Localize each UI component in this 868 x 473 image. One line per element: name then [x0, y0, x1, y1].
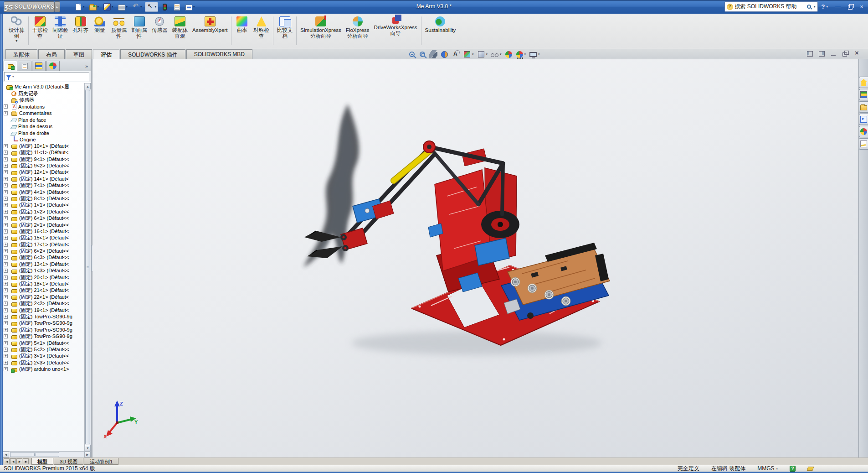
expand-toggle[interactable]: + [4, 243, 8, 247]
tree-item[interactable]: + (固定) 13<1> (Défaut< [3, 261, 91, 267]
display-style[interactable]: ▾ [476, 50, 489, 59]
assemblyxpert[interactable]: AssemblyXpert ▾ [190, 15, 230, 33]
scroll-right-icon[interactable]: ▶ [84, 452, 91, 457]
previous-view[interactable]: ▾ [428, 50, 438, 59]
tree-item[interactable]: + (固定) 9<1> (Défaut<< [3, 156, 91, 162]
model-3d[interactable] [92, 59, 858, 457]
interference[interactable]: 干涉检 查 ▾ [30, 15, 51, 39]
file-explorer[interactable] [859, 101, 868, 113]
tree-item[interactable]: + Commentaires [3, 110, 91, 116]
solidworks-logo[interactable]: ƷS SOLIDWORKS [4, 1, 55, 12]
dropdown-arrow-icon[interactable]: ▾ [472, 52, 474, 56]
save-button[interactable]: ▾ [102, 2, 115, 12]
scroll-up-icon[interactable]: ▲ [85, 83, 91, 89]
hole-align[interactable]: 孔对齐 ▾ [71, 15, 91, 33]
dropdown-arrow-icon[interactable]: ▾ [500, 52, 502, 56]
edit-appearance[interactable]: ▾ [504, 50, 514, 59]
first-tab-button[interactable] [4, 458, 10, 464]
tree-item[interactable]: + (固定) 15<1> (Défaut< [3, 235, 91, 241]
rebuild-button[interactable]: ▾ [159, 2, 170, 12]
sep[interactable]: ▾ [231, 16, 231, 45]
annotation-view[interactable]: ▾ [451, 50, 461, 59]
tab-assembly[interactable]: 装配体 [5, 49, 37, 59]
tree-vertical-scrollbar[interactable]: ▲ ≡ ▼ [84, 83, 91, 451]
dropdown-arrow-icon[interactable]: ▾ [486, 52, 488, 56]
model-arduino-board[interactable] [501, 243, 610, 320]
dropdown-arrow-icon[interactable]: ▾ [155, 5, 157, 9]
section-properties[interactable]: 剖面属 性 ▾ [129, 15, 150, 39]
tree-item[interactable]: + 传感器 [3, 97, 91, 103]
tree-item[interactable]: + (固定) 17<1> (Défaut< [3, 241, 91, 248]
tab-solidworks-mbd[interactable]: SOLIDWORKS MBD [186, 49, 252, 59]
menu-chevron-icon[interactable]: ▸ [55, 1, 60, 12]
expand-toggle[interactable]: + [4, 170, 8, 174]
dropdown-arrow-icon[interactable]: ▾ [83, 5, 85, 9]
tree-item[interactable]: + (固定) 6<3> (Défaut<< [3, 255, 91, 261]
expand-toggle[interactable]: + [4, 177, 8, 181]
pane-left[interactable] [806, 50, 813, 57]
tree-item[interactable]: + (固定) 21<1> (Défaut< [3, 287, 91, 294]
app-minimize-button[interactable]: — [834, 4, 842, 10]
tree-item[interactable]: + (固定) 22<1> (Défaut< [3, 294, 91, 300]
tree-item[interactable]: + (固定) 14<1> (Défaut< [3, 176, 91, 182]
expand-toggle[interactable]: + [4, 157, 8, 161]
expand-toggle[interactable]: + [4, 282, 8, 286]
sep[interactable]: ▾ [28, 16, 29, 45]
tree-item[interactable]: + Annotations [3, 104, 91, 110]
dropdown-arrow-icon[interactable]: ▾ [538, 52, 540, 56]
section-view[interactable]: ▾ [440, 50, 449, 59]
tree-item[interactable]: + (固定) 3<1> (Défaut<< [3, 353, 91, 359]
next-tab-button[interactable] [16, 458, 22, 464]
expand-toggle[interactable]: + [4, 210, 8, 214]
tree-item[interactable]: + (固定) 5<1> (Défaut<< [3, 340, 91, 346]
dropdown-arrow-icon[interactable]: ▾ [112, 5, 113, 9]
tab-3d-views[interactable]: 3D 视图 [54, 458, 83, 465]
compare-documents[interactable]: 比较文 档 ▾ [275, 15, 295, 39]
measure[interactable]: 测量 ▾ [91, 15, 109, 33]
symmetry-check[interactable]: 对称检 查 ▾ [251, 15, 272, 39]
tree-item[interactable]: + (固定) 1<1> (Défaut<< [3, 202, 91, 208]
prev-tab-button[interactable] [10, 458, 16, 464]
expand-toggle[interactable]: + [4, 367, 8, 371]
expand-toggle[interactable]: + [4, 255, 8, 260]
filter-dropdown-icon[interactable]: ▾ [12, 75, 14, 78]
tab-model[interactable]: 模型 [31, 458, 53, 465]
close[interactable] [853, 50, 861, 57]
pane-right[interactable] [818, 50, 825, 57]
tree-item[interactable]: + (固定) arduino uno<1> [3, 366, 91, 372]
dropdown-arrow-icon[interactable]: ▾ [126, 5, 128, 9]
tree-root-item[interactable]: Me Arm V3.0 (Défaut<显 [3, 83, 91, 90]
file-properties-button[interactable]: ▾ [171, 2, 183, 12]
tree-item[interactable]: + (固定) 1<3> (Défaut<< [3, 268, 91, 274]
status-tag-icon[interactable] [807, 467, 814, 471]
tree-item[interactable]: + (固定) 11<1> (Défaut< [3, 150, 91, 156]
scrollbar-thumb[interactable]: ≡ [85, 90, 90, 444]
expand-toggle[interactable]: + [4, 315, 8, 319]
expand-toggle[interactable]: + [4, 361, 8, 365]
expand-toggle[interactable]: + [4, 203, 8, 207]
expand-toggle[interactable]: + [4, 190, 8, 194]
tab-sketch[interactable]: 草图 [66, 49, 92, 59]
tree-item[interactable]: + (固定) 19<1> (Défaut< [3, 307, 91, 313]
tree-item[interactable]: + (固定) 12<1> (Défaut< [3, 169, 91, 176]
tree-item[interactable]: + Plan de droite [3, 130, 91, 136]
solidworks-resources[interactable] [859, 77, 868, 88]
expand-toggle[interactable]: + [4, 183, 8, 187]
dropdown-arrow-icon[interactable]: ▾ [524, 52, 526, 56]
expand-toggle[interactable]: + [4, 223, 8, 227]
graphics-viewport[interactable]: Z Y X [92, 59, 858, 457]
clearance[interactable]: 间隙验 证 ▾ [50, 15, 71, 39]
sep[interactable]: ▾ [421, 16, 421, 45]
expand-toggle[interactable]: + [4, 328, 8, 332]
sep[interactable]: ▾ [273, 16, 273, 45]
expand-toggle[interactable]: + [4, 216, 8, 220]
expand-toggle[interactable]: + [4, 334, 8, 338]
tree-item[interactable]: + (固定) 2<1> (Défaut<< [3, 222, 91, 228]
tree-item[interactable]: + (固定) TowPro-SG90-9g [3, 313, 91, 320]
tree-item[interactable]: + (固定) 20<1> (Défaut< [3, 274, 91, 281]
custom-properties[interactable] [859, 138, 868, 150]
tree-item[interactable]: + 历史记录 [3, 90, 91, 97]
dropdown-arrow-icon[interactable]: ▾ [140, 5, 142, 9]
print-button[interactable]: ▾ [116, 2, 130, 12]
view-palette[interactable] [859, 114, 868, 125]
